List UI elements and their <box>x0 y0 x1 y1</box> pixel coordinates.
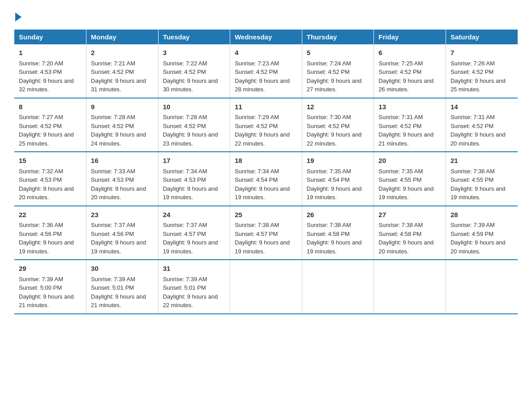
sunset-info: Sunset: 5:01 PM <box>91 284 134 291</box>
day-number: 17 <box>163 156 226 166</box>
sunset-info: Sunset: 5:01 PM <box>163 284 206 291</box>
sunset-info: Sunset: 4:53 PM <box>19 68 62 75</box>
week-row-3: 15Sunrise: 7:32 AMSunset: 4:53 PMDayligh… <box>14 152 518 206</box>
daylight-info: Daylight: 9 hours and 19 minutes. <box>378 185 433 201</box>
header-wednesday: Wednesday <box>230 30 302 44</box>
day-cell-16: 16Sunrise: 7:33 AMSunset: 4:53 PMDayligh… <box>86 152 159 206</box>
daylight-info: Daylight: 9 hours and 21 minutes. <box>378 131 433 147</box>
week-row-1: 1Sunrise: 7:20 AMSunset: 4:53 PMDaylight… <box>14 44 518 98</box>
day-number: 21 <box>450 156 513 166</box>
day-number: 5 <box>307 48 369 58</box>
sunset-info: Sunset: 4:52 PM <box>91 123 134 129</box>
sunrise-info: Sunrise: 7:37 AM <box>163 222 207 228</box>
sunrise-info: Sunrise: 7:38 AM <box>378 222 423 228</box>
day-cell-25: 25Sunrise: 7:38 AMSunset: 4:57 PMDayligh… <box>230 206 302 260</box>
sunrise-info: Sunrise: 7:22 AM <box>163 60 207 67</box>
day-number: 27 <box>378 210 441 220</box>
sunrise-info: Sunrise: 7:24 AM <box>307 60 351 67</box>
daylight-info: Daylight: 9 hours and 19 minutes. <box>163 239 218 255</box>
sunset-info: Sunset: 4:55 PM <box>450 176 493 183</box>
sunrise-info: Sunrise: 7:39 AM <box>450 222 495 228</box>
sunset-info: Sunset: 4:57 PM <box>163 231 206 237</box>
sunset-info: Sunset: 4:53 PM <box>19 176 62 183</box>
day-number: 4 <box>235 48 297 58</box>
sunrise-info: Sunrise: 7:27 AM <box>19 114 63 120</box>
daylight-info: Daylight: 9 hours and 31 minutes. <box>91 77 146 93</box>
week-row-5: 29Sunrise: 7:39 AMSunset: 5:00 PMDayligh… <box>14 260 518 314</box>
sunrise-info: Sunrise: 7:34 AM <box>163 168 207 175</box>
day-cell-11: 11Sunrise: 7:29 AMSunset: 4:52 PMDayligh… <box>230 98 302 152</box>
sunset-info: Sunset: 4:52 PM <box>378 123 421 129</box>
sunrise-info: Sunrise: 7:38 AM <box>235 222 279 228</box>
header-friday: Friday <box>374 30 446 44</box>
day-cell-22: 22Sunrise: 7:36 AMSunset: 4:56 PMDayligh… <box>14 206 86 260</box>
empty-cell <box>302 260 374 314</box>
daylight-info: Daylight: 9 hours and 25 minutes. <box>450 77 506 93</box>
day-cell-17: 17Sunrise: 7:34 AMSunset: 4:53 PMDayligh… <box>158 152 230 206</box>
day-cell-7: 7Sunrise: 7:26 AMSunset: 4:52 PMDaylight… <box>446 44 518 98</box>
sunrise-info: Sunrise: 7:31 AM <box>378 114 423 120</box>
sunset-info: Sunset: 4:58 PM <box>307 231 350 237</box>
sunset-info: Sunset: 4:53 PM <box>163 176 206 183</box>
sunset-info: Sunset: 4:52 PM <box>19 123 62 129</box>
daylight-info: Daylight: 9 hours and 27 minutes. <box>307 77 362 93</box>
sunset-info: Sunset: 4:52 PM <box>450 68 493 75</box>
daylight-info: Daylight: 9 hours and 22 minutes. <box>307 131 362 147</box>
sunrise-info: Sunrise: 7:35 AM <box>307 168 351 175</box>
day-number: 26 <box>307 210 369 220</box>
daylight-info: Daylight: 9 hours and 20 minutes. <box>19 185 74 201</box>
day-number: 14 <box>450 102 513 112</box>
sunrise-info: Sunrise: 7:21 AM <box>91 60 135 67</box>
daylight-info: Daylight: 9 hours and 19 minutes. <box>19 239 74 255</box>
day-number: 11 <box>235 102 297 112</box>
sunrise-info: Sunrise: 7:39 AM <box>19 276 63 283</box>
sunrise-info: Sunrise: 7:25 AM <box>378 60 423 67</box>
daylight-info: Daylight: 9 hours and 19 minutes. <box>307 239 362 255</box>
sunrise-info: Sunrise: 7:35 AM <box>378 168 423 175</box>
day-cell-15: 15Sunrise: 7:32 AMSunset: 4:53 PMDayligh… <box>14 152 86 206</box>
daylight-info: Daylight: 9 hours and 21 minutes. <box>91 293 146 309</box>
day-cell-13: 13Sunrise: 7:31 AMSunset: 4:52 PMDayligh… <box>374 98 446 152</box>
daylight-info: Daylight: 9 hours and 20 minutes. <box>450 239 506 255</box>
sunrise-info: Sunrise: 7:28 AM <box>91 114 135 120</box>
day-cell-26: 26Sunrise: 7:38 AMSunset: 4:58 PMDayligh… <box>302 206 374 260</box>
day-number: 9 <box>91 102 154 112</box>
calendar-header-row: SundayMondayTuesdayWednesdayThursdayFrid… <box>14 30 518 44</box>
sunrise-info: Sunrise: 7:38 AM <box>307 222 351 228</box>
day-cell-1: 1Sunrise: 7:20 AMSunset: 4:53 PMDaylight… <box>14 44 86 98</box>
day-number: 30 <box>91 264 154 274</box>
day-number: 1 <box>19 48 82 58</box>
empty-cell <box>374 260 446 314</box>
day-number: 19 <box>307 156 369 166</box>
sunrise-info: Sunrise: 7:28 AM <box>163 114 207 120</box>
sunrise-info: Sunrise: 7:31 AM <box>450 114 495 120</box>
daylight-info: Daylight: 9 hours and 26 minutes. <box>378 77 433 93</box>
daylight-info: Daylight: 9 hours and 22 minutes. <box>235 131 290 147</box>
sunset-info: Sunset: 4:52 PM <box>163 123 206 129</box>
header-sunday: Sunday <box>14 30 86 44</box>
daylight-info: Daylight: 9 hours and 30 minutes. <box>163 77 218 93</box>
sunrise-info: Sunrise: 7:39 AM <box>91 276 135 283</box>
day-number: 8 <box>19 102 82 112</box>
sunrise-info: Sunrise: 7:39 AM <box>163 276 207 283</box>
daylight-info: Daylight: 9 hours and 20 minutes. <box>378 239 433 255</box>
sunrise-info: Sunrise: 7:30 AM <box>307 114 351 120</box>
sunset-info: Sunset: 4:54 PM <box>307 176 350 183</box>
calendar-table: SundayMondayTuesdayWednesdayThursdayFrid… <box>14 30 518 314</box>
day-cell-9: 9Sunrise: 7:28 AMSunset: 4:52 PMDaylight… <box>86 98 159 152</box>
sunset-info: Sunset: 4:57 PM <box>235 231 278 237</box>
sunset-info: Sunset: 4:56 PM <box>19 231 62 237</box>
daylight-info: Daylight: 9 hours and 28 minutes. <box>235 77 290 93</box>
logo <box>14 11 21 21</box>
sunrise-info: Sunrise: 7:32 AM <box>19 168 63 175</box>
page-header <box>14 11 518 21</box>
day-cell-29: 29Sunrise: 7:39 AMSunset: 5:00 PMDayligh… <box>14 260 86 314</box>
sunset-info: Sunset: 4:52 PM <box>450 123 493 129</box>
day-number: 16 <box>91 156 154 166</box>
day-cell-28: 28Sunrise: 7:39 AMSunset: 4:59 PMDayligh… <box>446 206 518 260</box>
day-cell-23: 23Sunrise: 7:37 AMSunset: 4:56 PMDayligh… <box>86 206 159 260</box>
sunrise-info: Sunrise: 7:36 AM <box>19 222 63 228</box>
day-cell-20: 20Sunrise: 7:35 AMSunset: 4:55 PMDayligh… <box>374 152 446 206</box>
day-number: 3 <box>163 48 226 58</box>
day-number: 20 <box>378 156 441 166</box>
